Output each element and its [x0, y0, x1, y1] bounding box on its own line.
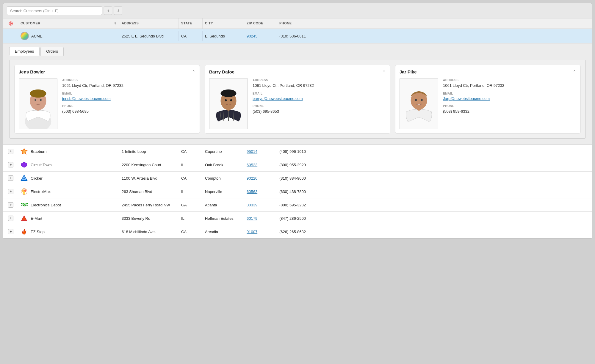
tab-bar: Employees Orders: [9, 47, 586, 56]
employee-address-2: 1061 Lloyd Ctr, Portland, OR 97232: [443, 83, 576, 88]
card-body-2: ADDRESS 1061 Lloyd Ctr, Portland, OR 972…: [400, 79, 576, 129]
email-label-0: EMAIL: [62, 92, 195, 95]
customer-expand-3[interactable]: +: [3, 186, 18, 197]
sort-icon[interactable]: ⇳: [114, 21, 117, 25]
phone-label-2: PHONE: [443, 104, 576, 108]
customer-zip-6[interactable]: 91007: [244, 227, 277, 237]
customer-name-cell-6: EZ Stop: [18, 225, 119, 238]
acme-zip[interactable]: 90245: [244, 31, 277, 41]
svg-point-33: [22, 189, 24, 192]
customer-expand-5[interactable]: +: [3, 213, 18, 224]
customer-zip-2[interactable]: 90220: [244, 173, 277, 183]
email-label-1: EMAIL: [253, 92, 386, 95]
customer-name-0: Braeburn: [31, 149, 46, 154]
customer-logo-4: [21, 201, 28, 208]
customer-name-2: Clicker: [31, 176, 43, 181]
customer-expand-2[interactable]: +: [3, 172, 18, 184]
employee-email-0[interactable]: jensb@nowebsiteacme.com: [62, 96, 195, 101]
employee-email-1[interactable]: barryd@nowebsiteacme.com: [253, 96, 386, 101]
card-body-0: ADDRESS 1061 Lloyd Ctr, Portland, OR 972…: [19, 79, 195, 129]
customer-phone-2: (310) 884-9000: [277, 173, 592, 183]
customer-name-cell-4: Electronics Depot: [18, 198, 119, 211]
col-header-zip: ZIP CODE: [244, 18, 277, 29]
customer-zip-4[interactable]: 30339: [244, 200, 277, 210]
acme-logo-icon: [21, 32, 29, 40]
col-header-icon: [3, 18, 18, 29]
svg-point-36: [23, 203, 26, 206]
customer-address-5: 3333 Beverly Rd: [119, 213, 179, 224]
customer-phone-1: (800) 955-2929: [277, 160, 592, 170]
customer-name-4: Electronics Depot: [31, 203, 61, 207]
customer-city-0: Cupertino: [203, 146, 244, 157]
customer-state-6: CA: [179, 227, 203, 237]
address-label-1: ADDRESS: [253, 79, 386, 82]
employee-phone-2: (503) 959-6332: [443, 109, 576, 114]
col-header-address: ADDRESS: [119, 18, 179, 29]
svg-point-23: [415, 99, 417, 101]
employee-name-0: Jens Bowler: [19, 69, 45, 74]
tab-orders[interactable]: Orders: [40, 47, 64, 56]
nav-down-button[interactable]: ⇩: [114, 7, 122, 15]
acme-city: El Segundo: [203, 31, 244, 41]
employee-email-2[interactable]: Jarp@nowebsiteacme.com: [443, 96, 576, 101]
phone-label-1: PHONE: [253, 104, 386, 108]
customer-state-5: IL: [179, 213, 203, 224]
customer-list: + Braeburn 1 Infinite Loop CA Cupertino …: [3, 145, 592, 239]
svg-point-18: [225, 99, 227, 101]
card-header-1: Barry Dafoe ⌃: [209, 69, 386, 74]
customer-state-3: IL: [179, 186, 203, 197]
card-collapse-0[interactable]: ⌃: [192, 70, 195, 74]
acme-name: ACME: [31, 34, 43, 38]
customer-name-3: ElectrixMax: [31, 189, 51, 194]
customer-expand-0[interactable]: +: [3, 146, 18, 157]
customer-zip-5[interactable]: 60179: [244, 213, 277, 224]
employee-address-1: 1061 Lloyd Ctr, Portland, OR 97232: [253, 83, 386, 88]
customer-state-1: IL: [179, 160, 203, 170]
customer-city-2: Compton: [203, 173, 244, 183]
employee-name-2: Jar Pike: [400, 69, 417, 74]
customer-phone-4: (800) 595-3232: [277, 200, 592, 210]
acme-name-cell: ACME: [18, 29, 119, 43]
card-collapse-2[interactable]: ⌃: [573, 70, 576, 74]
nav-up-button[interactable]: ⇧: [104, 7, 112, 15]
customer-logo-3: [21, 188, 28, 195]
acme-address: 2525 E El Segundo Blvd: [119, 31, 179, 41]
address-label-2: ADDRESS: [443, 79, 576, 82]
employee-card-0: Jens Bowler ⌃: [14, 65, 200, 134]
tab-employees[interactable]: Employees: [9, 47, 40, 56]
customer-logo-1: [21, 161, 28, 168]
acme-collapse-button[interactable]: −: [3, 31, 18, 41]
customer-address-1: 2200 Kensington Court: [119, 160, 179, 170]
email-label-2: EMAIL: [443, 92, 576, 95]
employee-address-0: 1061 Lloyd Ctr, Portland, OR 97232: [62, 83, 195, 88]
customer-state-2: CA: [179, 173, 203, 183]
card-details-2: ADDRESS 1061 Lloyd Ctr, Portland, OR 972…: [443, 79, 576, 129]
customer-name-cell-5: E-Mart: [18, 212, 119, 225]
expanded-panel: Employees Orders Jens Bowler ⌃: [3, 43, 592, 145]
customer-city-3: Naperville: [203, 186, 244, 197]
customer-expand-4[interactable]: +: [3, 199, 18, 211]
col-header-phone: PHONE: [277, 18, 592, 29]
customer-zip-3[interactable]: 60563: [244, 186, 277, 197]
customer-address-4: 2455 Paces Ferry Road NW: [119, 200, 179, 210]
customer-row-0: + Braeburn 1 Infinite Loop CA Cupertino …: [3, 145, 592, 158]
svg-point-34: [24, 189, 26, 192]
customer-logo-0: [21, 148, 28, 155]
customer-name-5: E-Mart: [31, 216, 42, 221]
acme-row: − ACME 2525 E El Segundo Blvd CA El Segu…: [3, 29, 592, 43]
col-header-state: STATE: [179, 18, 203, 29]
customer-zip-1[interactable]: 60523: [244, 160, 277, 170]
svg-point-8: [35, 99, 36, 101]
search-input[interactable]: [7, 6, 102, 15]
employee-card-1: Barry Dafoe ⌃: [205, 65, 390, 134]
svg-point-2: [10, 23, 11, 24]
customer-expand-1[interactable]: +: [3, 159, 18, 170]
customer-row-5: + E-Mart 3333 Beverly Rd IL Hoffman Esta…: [3, 212, 592, 225]
table-header: CUSTOMER ⇳ ADDRESS STATE CITY ZIP CODE P…: [3, 18, 592, 29]
card-collapse-1[interactable]: ⌃: [382, 70, 386, 74]
customer-phone-3: (630) 438-7800: [277, 186, 592, 197]
col-header-customer: CUSTOMER ⇳: [18, 18, 119, 29]
customer-zip-0[interactable]: 95014: [244, 146, 277, 157]
customer-phone-0: (408) 996-1010: [277, 146, 592, 157]
customer-expand-6[interactable]: +: [3, 226, 18, 237]
